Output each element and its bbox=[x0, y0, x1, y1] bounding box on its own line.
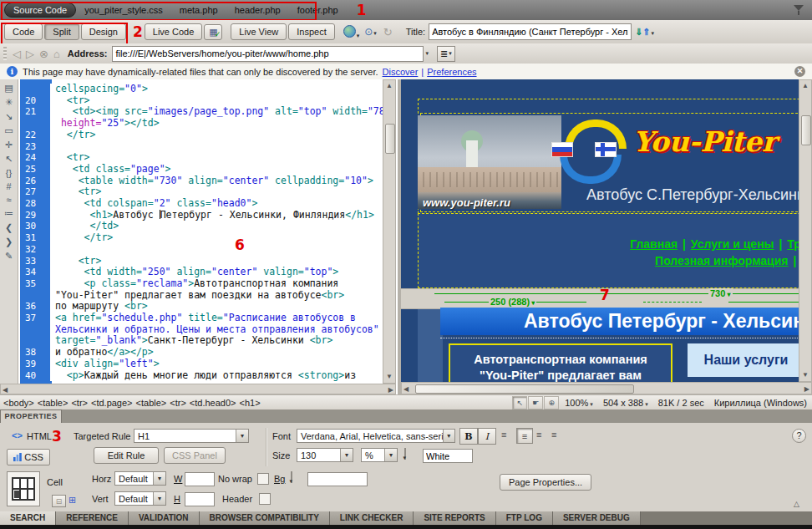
merge-cells-icon[interactable]: ⊟ bbox=[52, 495, 66, 507]
related-file-tab[interactable]: meta.php bbox=[171, 3, 226, 18]
align-center-icon[interactable]: ≡ bbox=[516, 428, 533, 444]
help-icon[interactable]: ? bbox=[792, 429, 806, 443]
discover-link[interactable]: Discover bbox=[383, 67, 419, 77]
targeted-rule-dropdown[interactable]: H1▾ bbox=[134, 429, 249, 443]
address-dropdown-icon[interactable]: ▾ bbox=[425, 50, 429, 57]
align-justify-icon[interactable]: ≡ bbox=[551, 430, 556, 440]
scroll-left-icon[interactable]: ◀ bbox=[403, 384, 409, 394]
unit-dropdown[interactable]: %▾ bbox=[361, 448, 398, 462]
column-width-value[interactable]: 250 (288) ▾ bbox=[489, 297, 536, 307]
source-code-tab[interactable]: Source Code bbox=[4, 3, 76, 18]
header-checkbox[interactable] bbox=[259, 493, 271, 505]
results-tab-site-reports[interactable]: SITE REPORTS bbox=[414, 511, 495, 525]
page-properties-button[interactable]: Page Properties... bbox=[500, 474, 591, 491]
tag-selector-item[interactable]: <tr> bbox=[71, 398, 88, 408]
show-code-navigator-icon[interactable]: ✳ bbox=[2, 97, 17, 108]
file-list-icon[interactable]: ≣▾ bbox=[437, 46, 455, 62]
edit-rule-button[interactable]: Edit Rule bbox=[94, 447, 159, 464]
tag-selector-item[interactable]: <tr> bbox=[170, 398, 186, 408]
scrollbar-thumb[interactable] bbox=[801, 115, 811, 145]
html-mode-label[interactable]: HTML bbox=[27, 431, 52, 441]
nowrap-checkbox[interactable] bbox=[257, 473, 269, 485]
scroll-up-icon[interactable]: ▲ bbox=[383, 81, 395, 91]
scrollbar-thumb[interactable] bbox=[415, 384, 634, 394]
preferences-link[interactable]: Preferences bbox=[427, 67, 476, 77]
apply-comment-icon[interactable]: ❮ bbox=[2, 222, 17, 233]
results-tab-browser-compatibility[interactable]: BROWSER COMPATIBILITY bbox=[200, 511, 330, 525]
tag-selector-item[interactable]: <td.page> bbox=[91, 398, 133, 408]
code-editor[interactable]: cellspacing="0">20 <tr>21 <td><img src="… bbox=[20, 84, 383, 384]
results-tab-search[interactable]: SEARCH bbox=[0, 511, 56, 525]
preview-in-browser-icon[interactable]: ▾ bbox=[343, 25, 360, 39]
design-vertical-scrollbar[interactable]: ▲ ▼ bbox=[799, 79, 812, 382]
collapse-selection-icon[interactable]: ▭ bbox=[2, 125, 17, 136]
line-numbers-icon[interactable]: # bbox=[2, 181, 17, 191]
bold-button[interactable]: B bbox=[459, 428, 478, 445]
related-file-tab[interactable]: footer.php bbox=[289, 3, 347, 18]
title-input[interactable] bbox=[429, 23, 632, 40]
hand-tool-icon[interactable]: ☛ bbox=[528, 396, 543, 409]
forward-icon[interactable]: ▷ bbox=[26, 48, 34, 60]
file-get-put-icon[interactable]: ⇓⇑▾ bbox=[635, 27, 654, 38]
results-tab-server-debug[interactable]: SERVER DEBUG bbox=[553, 511, 641, 525]
tag-selector-item[interactable]: <table> bbox=[136, 398, 167, 408]
css-mode-button[interactable]: CSS bbox=[7, 449, 50, 465]
format-source-icon[interactable]: ✎ bbox=[2, 251, 17, 262]
inspect-button[interactable]: Inspect bbox=[288, 23, 334, 40]
expand-all-icon[interactable]: ✛ bbox=[2, 140, 17, 150]
refresh-icon[interactable]: ↻ bbox=[383, 26, 393, 38]
scrollbar-thumb[interactable] bbox=[385, 124, 395, 154]
menu-link[interactable]: Главная bbox=[630, 237, 678, 251]
related-file-tab[interactable]: you_piter_style.css bbox=[76, 3, 171, 18]
size-dropdown[interactable]: 130▾ bbox=[297, 448, 353, 462]
scroll-up-icon[interactable]: ▲ bbox=[799, 81, 811, 91]
results-tab-reference[interactable]: REFERENCE bbox=[56, 511, 129, 525]
collapse-full-tag-icon[interactable]: ↘ bbox=[2, 111, 17, 122]
zoom-level[interactable]: 100%▾ bbox=[565, 398, 593, 408]
select-tool-icon[interactable]: ↖ bbox=[512, 396, 527, 409]
word-wrap-icon[interactable]: ≔ bbox=[2, 208, 17, 219]
results-tab-link-checker[interactable]: LINK CHECKER bbox=[330, 511, 414, 525]
horz-dropdown[interactable]: Default▾ bbox=[114, 471, 166, 486]
page-heading-bar[interactable]: Автобус Петербург - Хельсин bbox=[440, 308, 812, 335]
close-info-bar-icon[interactable]: ✕ bbox=[794, 66, 805, 77]
live-view-button[interactable]: Live View bbox=[231, 23, 287, 40]
scroll-down-icon[interactable]: ▼ bbox=[383, 372, 395, 382]
check-browser-compatibility-icon[interactable]: ▦✓ bbox=[204, 24, 222, 40]
stop-icon[interactable]: ⊗ bbox=[39, 48, 48, 60]
design-view[interactable]: www.you-piter.ru You-Piter Автобус С.Пет… bbox=[401, 79, 812, 394]
italic-button[interactable]: I bbox=[478, 428, 496, 445]
home-icon[interactable]: ⌂ bbox=[53, 48, 60, 60]
html-mode-icon[interactable]: <> bbox=[12, 430, 23, 440]
code-view-button[interactable]: Code bbox=[4, 23, 43, 40]
scroll-down-icon[interactable]: ▼ bbox=[799, 370, 811, 380]
text-color-swatch[interactable] bbox=[404, 448, 406, 460]
design-horizontal-scrollbar[interactable]: ◀ ▶ bbox=[401, 382, 812, 394]
results-tab-validation[interactable]: VALIDATION bbox=[129, 511, 200, 525]
tag-selector-item[interactable]: <table> bbox=[38, 398, 69, 408]
code-vertical-scrollbar[interactable]: ▲ ▼ bbox=[383, 79, 396, 384]
open-documents-icon[interactable]: ▤ bbox=[2, 83, 17, 94]
split-cell-icon[interactable]: ⊞ bbox=[69, 495, 76, 506]
related-file-tab[interactable]: header.php bbox=[226, 3, 289, 18]
window-size[interactable]: 504 x 388▾ bbox=[603, 398, 648, 408]
scroll-right-icon[interactable]: ▶ bbox=[804, 384, 809, 394]
remove-comment-icon[interactable]: ❯ bbox=[2, 237, 17, 247]
width-input[interactable] bbox=[185, 472, 215, 486]
properties-tab[interactable]: PROPERTIES bbox=[0, 409, 62, 424]
tag-selector-item[interactable]: <td.head0> bbox=[190, 398, 236, 408]
font-dropdown[interactable]: Verdana, Arial, Helvetica, sans-serif▾ bbox=[297, 429, 455, 443]
bg-color-field[interactable] bbox=[307, 472, 368, 486]
table-width-value[interactable]: 730 ▾ bbox=[708, 288, 733, 298]
balance-braces-icon[interactable]: {} bbox=[2, 168, 17, 178]
highlight-invalid-code-icon[interactable]: ≈ bbox=[2, 195, 17, 205]
split-view-button[interactable]: Split bbox=[44, 23, 79, 40]
vert-dropdown[interactable]: Default▾ bbox=[114, 491, 166, 506]
menu-link[interactable]: Полезная информация bbox=[655, 254, 788, 267]
back-icon[interactable]: ◁ bbox=[13, 48, 21, 60]
live-code-button[interactable]: Live Code bbox=[145, 23, 203, 40]
design-view-button[interactable]: Design bbox=[81, 23, 126, 40]
filter-icon[interactable] bbox=[794, 5, 805, 15]
zoom-tool-icon[interactable]: ⊕ bbox=[544, 396, 559, 409]
results-tab-ftp-log[interactable]: FTP LOG bbox=[496, 511, 553, 525]
